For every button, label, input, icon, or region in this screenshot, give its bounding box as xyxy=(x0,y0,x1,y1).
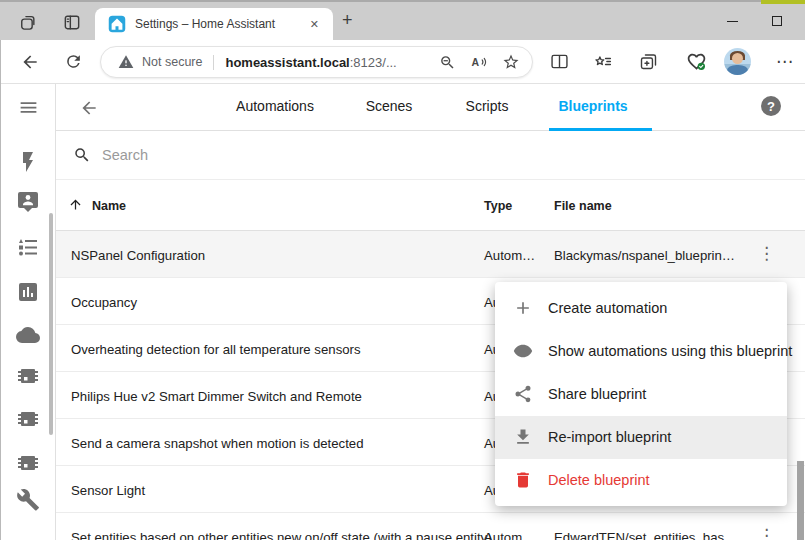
sidebar-cloud-icon[interactable] xyxy=(16,323,40,347)
minimize-button[interactable] xyxy=(719,12,745,30)
sidebar-chip-icon-3[interactable] xyxy=(16,451,40,475)
favorite-star-icon[interactable] xyxy=(502,53,520,71)
column-header-type[interactable]: Type xyxy=(484,199,512,213)
row-name: Send a camera snapshot when motion is de… xyxy=(71,436,364,451)
sidebar-logbook-icon[interactable] xyxy=(16,235,40,259)
new-tab-icon[interactable]: + xyxy=(342,11,353,29)
menu-item-label: Re-import blueprint xyxy=(548,429,671,445)
help-icon[interactable]: ? xyxy=(761,96,781,116)
row-name: Overheating detection for all temperatur… xyxy=(71,342,361,357)
row-name: Occupancy xyxy=(71,295,137,310)
menu-item-label: Create automation xyxy=(548,300,667,316)
eye-icon xyxy=(513,341,533,361)
tab-close-icon[interactable]: ✕ xyxy=(306,16,323,33)
menu-item-label: Delete blueprint xyxy=(548,472,650,488)
favorites-hub-icon[interactable] xyxy=(592,51,613,72)
row-overflow-icon[interactable]: ⋮ xyxy=(754,526,779,540)
svg-text:A: A xyxy=(472,56,480,68)
menu-item-delete-blueprint[interactable]: Delete blueprint xyxy=(495,459,787,502)
window-top-edge xyxy=(0,0,805,2)
row-type: Autom… xyxy=(484,248,535,263)
not-secure-warning-icon xyxy=(118,54,134,70)
profile-avatar[interactable] xyxy=(724,48,751,75)
browser-window: Settings – Home Assistant ✕ + Not secure… xyxy=(0,0,805,540)
row-file: Blackymas/nspanel_blueprin… xyxy=(554,248,735,263)
tab-scripts[interactable]: Scripts xyxy=(466,98,509,114)
sidebar-chip-icon-1[interactable] xyxy=(16,364,40,388)
search-icon xyxy=(73,146,91,164)
back-icon[interactable] xyxy=(20,52,40,72)
collections-icon[interactable] xyxy=(638,51,659,72)
home-assistant-favicon xyxy=(108,15,126,33)
row-name: Sensor Light xyxy=(71,483,145,498)
share-icon xyxy=(513,384,533,404)
blueprint-context-menu: Create automation Show automations using… xyxy=(495,282,787,506)
maximize-button[interactable] xyxy=(764,12,790,30)
address-bar[interactable]: Not secure homeassistant.local:8123/... … xyxy=(100,46,533,78)
menu-item-label: Show automations using this blueprint xyxy=(548,343,792,359)
sidebar-energy-icon[interactable] xyxy=(16,150,40,174)
workspaces-icon[interactable] xyxy=(18,12,38,32)
row-file: EdwardTEN/set_entities_bas… xyxy=(554,530,737,540)
sidebar-menu-icon[interactable] xyxy=(18,97,39,118)
ha-header: Automations Scenes Scripts Blueprints ? xyxy=(56,84,805,131)
zoom-out-icon[interactable] xyxy=(439,54,456,71)
browser-essentials-icon[interactable] xyxy=(686,51,707,72)
window-left-edge xyxy=(0,40,1,540)
url-text[interactable]: homeassistant.local:8123/... xyxy=(225,55,396,70)
row-name: Philips Hue v2 Smart Dimmer Switch and R… xyxy=(71,389,362,404)
ha-back-icon[interactable] xyxy=(79,98,99,118)
table-row[interactable]: Set entities based on other entities new… xyxy=(56,513,805,540)
table-header: Name Type File name xyxy=(56,180,805,231)
row-name: NSPanel Configuration xyxy=(71,248,205,263)
column-header-name[interactable]: Name xyxy=(92,199,126,213)
tab-title: Settings – Home Assistant xyxy=(135,17,306,31)
sidebar-map-icon[interactable] xyxy=(16,190,40,214)
menu-item-create-automation[interactable]: Create automation xyxy=(495,286,787,329)
row-name: Set entities based on other entities new… xyxy=(71,530,492,540)
menu-item-show-automations[interactable]: Show automations using this blueprint xyxy=(495,329,787,372)
sidebar-chip-icon-2[interactable] xyxy=(16,407,40,431)
sidebar-history-icon[interactable] xyxy=(16,280,40,304)
menu-item-share-blueprint[interactable]: Share blueprint xyxy=(495,372,787,415)
row-overflow-icon[interactable]: ⋮ xyxy=(754,244,779,264)
tab-automations[interactable]: Automations xyxy=(236,98,314,114)
search-input[interactable] xyxy=(102,147,502,163)
download-icon xyxy=(513,427,533,447)
sidebar-scrollbar[interactable] xyxy=(49,213,53,435)
settings-more-icon[interactable]: ⋯ xyxy=(776,51,794,72)
tab-scenes[interactable]: Scenes xyxy=(366,98,413,114)
menu-item-reimport-blueprint[interactable]: Re-import blueprint xyxy=(495,416,787,459)
search-bar xyxy=(56,131,805,180)
split-screen-icon[interactable] xyxy=(549,51,570,72)
vertical-tabs-icon[interactable] xyxy=(62,12,82,32)
plus-icon xyxy=(513,298,533,318)
column-header-file[interactable]: File name xyxy=(554,199,612,213)
trash-icon xyxy=(513,470,533,490)
desktop-bleed xyxy=(761,0,805,4)
read-aloud-icon[interactable]: A xyxy=(470,53,488,71)
security-label[interactable]: Not secure xyxy=(142,55,202,69)
address-divider xyxy=(213,55,214,70)
avatar-face xyxy=(732,53,743,64)
page-scrollbar[interactable] xyxy=(797,461,804,540)
refresh-icon[interactable] xyxy=(64,52,83,71)
sidebar-wrench-icon[interactable] xyxy=(16,488,40,512)
ha-sidebar xyxy=(0,84,56,540)
table-row[interactable]: NSPanel Configuration Autom… Blackymas/n… xyxy=(56,231,805,278)
row-type: Autom… xyxy=(484,530,535,540)
sort-ascending-icon[interactable] xyxy=(68,197,83,212)
menu-item-label: Share blueprint xyxy=(548,386,646,402)
tab-blueprints[interactable]: Blueprints xyxy=(558,98,627,114)
browser-tab[interactable]: Settings – Home Assistant ✕ xyxy=(95,8,333,40)
